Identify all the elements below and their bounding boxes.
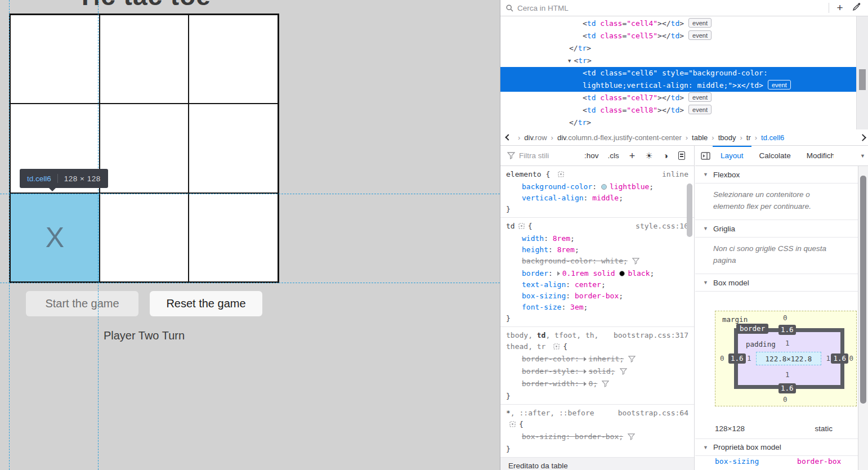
boxmodel-properties-header[interactable]: ▼ Proprietà box model — [695, 438, 858, 456]
border-right-value[interactable]: 1.6 — [831, 353, 848, 364]
margin-bottom-value[interactable]: 0 — [783, 395, 788, 405]
expand-computed-icon[interactable] — [584, 369, 587, 374]
css-declaration[interactable]: box-sizing: border-box; — [506, 290, 688, 302]
markup-line[interactable]: <td class="cell5"></td>event — [500, 30, 857, 42]
tab-changes[interactable]: Modifich — [799, 146, 834, 166]
markup-scrollbar[interactable] — [856, 16, 868, 129]
event-badge[interactable]: event — [688, 18, 712, 28]
margin-left-value[interactable]: 0 — [720, 353, 724, 364]
breadcrumb-back-icon[interactable] — [505, 134, 511, 140]
overridden-filter-icon[interactable] — [628, 432, 635, 444]
breadcrumb-forward-icon[interactable] — [859, 134, 866, 141]
scrollbar-thumb[interactable] — [860, 176, 866, 404]
css-declaration[interactable]: box-sizing: border-box; — [506, 431, 688, 444]
tabs-overflow-icon[interactable]: ▼ — [860, 153, 865, 159]
breadcrumb-item[interactable]: div.row — [524, 133, 547, 142]
html-search-input[interactable] — [517, 4, 826, 12]
markup-line[interactable]: <td class="cell4"></td>event — [500, 17, 857, 30]
board-cell[interactable] — [10, 15, 100, 104]
eyedropper-icon[interactable] — [848, 0, 865, 16]
css-declaration[interactable]: width: 8rem; — [506, 233, 688, 244]
tab-layout[interactable]: Layout — [713, 146, 751, 166]
scrollbar-thumb[interactable] — [859, 69, 866, 90]
board-cell[interactable] — [100, 104, 189, 193]
markup-line[interactable]: </tr> — [500, 42, 857, 55]
tab-computed[interactable]: Calcolate — [751, 146, 799, 166]
border-top-value[interactable]: 1.6 — [778, 325, 796, 335]
event-badge[interactable]: event — [688, 92, 712, 102]
css-declaration[interactable]: background-color: white; — [506, 256, 688, 268]
dark-scheme-icon[interactable]: ◑ — [663, 151, 668, 160]
board-cell[interactable] — [100, 15, 189, 104]
markup-line[interactable]: <td class="cell8"></td>event — [500, 104, 857, 117]
markup-selected-row[interactable]: <td class="cell6" style="background-colo… — [500, 67, 857, 92]
css-declaration[interactable]: font-size: 3em; — [506, 302, 688, 313]
color-swatch[interactable] — [601, 184, 607, 190]
css-declaration[interactable]: vertical-align: middle; — [506, 193, 688, 204]
expand-computed-icon[interactable] — [557, 271, 560, 276]
overridden-filter-icon[interactable] — [620, 367, 627, 378]
flexbox-section-header[interactable]: ▼ Flexbox — [695, 166, 858, 183]
selector-highlighter-icon[interactable] — [553, 342, 560, 353]
boxmodel-property-row[interactable]: box-sizing border-box — [695, 456, 858, 467]
event-badge[interactable]: event — [688, 105, 712, 114]
css-declaration[interactable]: background-color: lightblue; — [506, 181, 688, 193]
breadcrumb-item[interactable]: table — [692, 133, 708, 142]
markup-line[interactable]: </tr> — [500, 117, 857, 129]
css-declaration[interactable]: border-width: 0; — [506, 378, 688, 391]
stylesheet-link[interactable]: style.css:10 — [636, 221, 688, 232]
board-cell[interactable] — [189, 104, 278, 193]
css-declaration[interactable]: border: 0.1rem solid black; — [506, 268, 688, 279]
css-declaration[interactable]: height: 8rem; — [506, 244, 688, 256]
event-badge[interactable]: event — [768, 80, 791, 89]
padding-right-value[interactable]: 1 — [826, 353, 830, 364]
css-declaration[interactable]: text-align: center; — [506, 279, 688, 290]
board-cell[interactable] — [189, 15, 278, 104]
stylesheet-link[interactable]: inline — [662, 169, 688, 180]
rules-scrollbar[interactable] — [687, 183, 692, 237]
margin-right-value[interactable]: 0 — [849, 353, 853, 364]
board-cell[interactable]: X — [10, 193, 100, 282]
stylesheet-link[interactable]: bootstrap.css:317 — [614, 330, 688, 341]
expand-arrow-icon[interactable]: ▼ — [568, 55, 571, 67]
overridden-filter-icon[interactable] — [628, 355, 636, 366]
markup-line[interactable]: <td class="cell7"></td>event — [500, 92, 857, 104]
padding-left-value[interactable]: 1 — [747, 353, 751, 364]
selector-highlighter-icon[interactable] — [557, 170, 565, 181]
selector-highlighter-icon[interactable] — [518, 222, 525, 233]
breadcrumb-item[interactable]: tbody — [718, 133, 736, 142]
reset-game-button[interactable]: Reset the game — [150, 291, 262, 316]
event-badge[interactable]: event — [688, 30, 712, 40]
light-scheme-icon[interactable]: ☀ — [645, 151, 652, 160]
padding-top-value[interactable]: 1 — [785, 338, 790, 348]
breadcrumb-item[interactable]: td.cell6 — [761, 133, 784, 142]
boxmodel-section-header[interactable]: ▼ Box model — [695, 274, 858, 292]
breadcrumb-item[interactable]: tr — [746, 133, 751, 142]
toggle-pseudo-classes-button[interactable]: :hov — [584, 151, 599, 160]
color-swatch[interactable] — [619, 271, 625, 276]
padding-bottom-value[interactable]: 1 — [785, 370, 790, 380]
selector-highlighter-icon[interactable] — [509, 420, 516, 431]
margin-top-value[interactable]: 0 — [783, 313, 788, 323]
filter-styles-input[interactable] — [519, 151, 575, 160]
add-rule-button[interactable]: + — [629, 151, 636, 161]
expand-computed-icon[interactable] — [584, 382, 587, 386]
overridden-filter-icon[interactable] — [602, 379, 609, 391]
layout-scrollbar[interactable] — [858, 166, 868, 470]
start-game-button[interactable]: Start the game — [26, 291, 138, 316]
grid-section-header[interactable]: ▼ Griglia — [695, 220, 858, 238]
markup-line[interactable]: ▼<tr> — [500, 55, 857, 67]
expand-panel-icon[interactable] — [701, 152, 710, 160]
breadcrumb-item[interactable]: div.column.d-flex.justify-content-center — [557, 133, 682, 142]
css-declaration[interactable]: border-style: solid; — [506, 366, 688, 378]
content-size-value[interactable]: 122.8×122.8 — [756, 352, 821, 365]
border-left-value[interactable]: 1.6 — [728, 353, 746, 364]
print-media-icon[interactable] — [678, 151, 685, 160]
stylesheet-link[interactable]: bootstrap.css:64 — [618, 408, 688, 419]
board-cell[interactable] — [189, 193, 278, 282]
overridden-filter-icon[interactable] — [632, 257, 639, 268]
border-bottom-value[interactable]: 1.6 — [778, 383, 796, 393]
create-node-button[interactable]: + — [831, 0, 848, 16]
expand-computed-icon[interactable] — [584, 357, 587, 361]
css-declaration[interactable]: border-color: inherit; — [506, 353, 688, 366]
